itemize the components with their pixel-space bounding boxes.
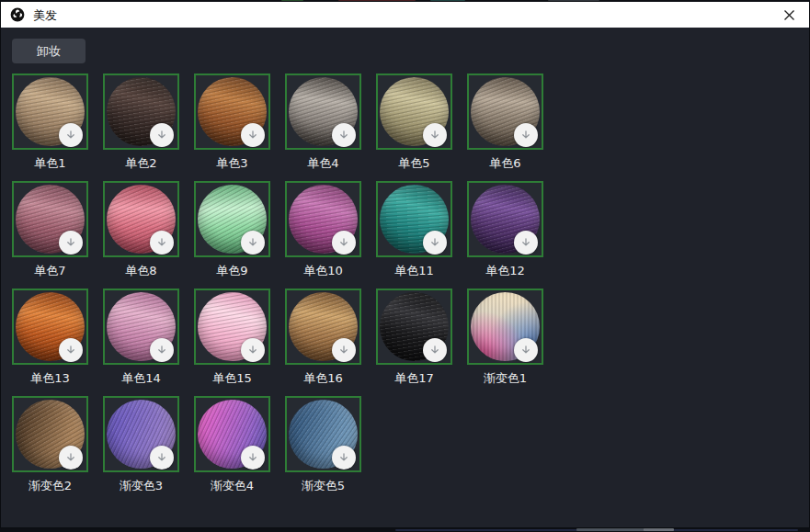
download-arrow-icon (64, 236, 77, 249)
download-icon[interactable] (241, 231, 265, 255)
download-icon[interactable] (332, 338, 356, 362)
swatch-label: 单色14 (103, 370, 179, 386)
download-icon[interactable] (332, 231, 356, 255)
swatch-label: 单色4 (285, 155, 361, 171)
hair-swatch-11: 单色11 (376, 181, 452, 278)
download-arrow-icon (337, 129, 350, 141)
swatch-tile[interactable] (103, 396, 179, 472)
hair-swatch-22: 渐变色5 (285, 396, 361, 493)
swatch-label: 单色7 (12, 263, 88, 278)
swatch-tile[interactable] (376, 181, 452, 257)
download-icon[interactable] (241, 338, 265, 362)
download-icon[interactable] (423, 123, 447, 147)
swatch-label: 单色1 (12, 155, 88, 171)
swatch-tile[interactable] (285, 289, 361, 365)
download-icon[interactable] (59, 123, 83, 147)
download-icon[interactable] (150, 446, 174, 470)
swatch-label: 单色8 (103, 263, 179, 278)
swatch-tile[interactable] (376, 289, 452, 365)
swatch-tile[interactable] (103, 181, 179, 257)
background-app-bottom-edge (0, 527, 810, 532)
download-arrow-icon (64, 344, 77, 357)
swatch-tile[interactable] (376, 74, 452, 150)
download-icon[interactable] (332, 446, 356, 470)
swatch-tile[interactable] (285, 181, 361, 257)
close-icon (782, 8, 796, 22)
hair-swatch-5: 单色5 (376, 74, 452, 171)
hair-swatch-9: 单色9 (194, 181, 270, 278)
download-arrow-icon (428, 236, 441, 249)
download-arrow-icon (337, 236, 350, 249)
swatch-tile[interactable] (103, 289, 179, 365)
download-icon[interactable] (514, 231, 538, 255)
hair-swatch-17: 单色17 (376, 289, 452, 386)
hair-swatch-13: 单色13 (12, 289, 88, 386)
remove-makeup-button[interactable]: 卸妆 (12, 39, 86, 63)
download-arrow-icon (428, 344, 441, 357)
swatch-tile[interactable] (285, 396, 361, 472)
download-icon[interactable] (241, 446, 265, 470)
swatch-grid: 单色1单色2单色3单色4单色5单色6单色7单色8单色9单色10单色11单色12单… (12, 74, 543, 493)
download-icon[interactable] (241, 123, 265, 147)
swatch-label: 渐变色1 (467, 370, 543, 386)
hair-swatch-18: 渐变色1 (467, 289, 543, 386)
download-arrow-icon (519, 236, 532, 249)
hair-swatch-14: 单色14 (103, 289, 179, 386)
download-arrow-icon (246, 236, 259, 249)
download-arrow-icon (155, 236, 168, 249)
swatch-tile[interactable] (194, 181, 270, 257)
hair-swatch-12: 单色12 (467, 181, 543, 278)
download-icon[interactable] (150, 338, 174, 362)
download-icon[interactable] (514, 338, 538, 362)
swatch-tile[interactable] (467, 74, 543, 150)
download-icon[interactable] (59, 231, 83, 255)
swatch-label: 渐变色2 (12, 478, 88, 493)
swatch-label: 单色6 (467, 155, 543, 171)
dialog-titlebar: 美发 (1, 2, 809, 28)
swatch-tile[interactable] (12, 396, 88, 472)
download-icon[interactable] (59, 446, 83, 470)
hair-swatch-3: 单色3 (194, 74, 270, 171)
hair-style-dialog: 美发 卸妆 单色1单色2单色3单色4单色5单色6单色7单色8单色9单色10单色1… (1, 2, 809, 527)
download-arrow-icon (519, 344, 532, 357)
download-arrow-icon (428, 129, 441, 141)
hair-swatch-19: 渐变色2 (12, 396, 88, 493)
swatch-tile[interactable] (194, 289, 270, 365)
swatch-tile[interactable] (12, 289, 88, 365)
swatch-label: 单色17 (376, 370, 452, 386)
download-arrow-icon (519, 129, 532, 141)
swatch-label: 单色11 (376, 263, 452, 278)
download-arrow-icon (246, 129, 259, 141)
swatch-tile[interactable] (194, 74, 270, 150)
swatch-tile[interactable] (285, 74, 361, 150)
swatch-label: 单色16 (285, 370, 361, 386)
swatch-tile[interactable] (194, 396, 270, 472)
close-button[interactable] (778, 4, 800, 26)
download-icon[interactable] (59, 338, 83, 362)
download-arrow-icon (246, 344, 259, 357)
download-icon[interactable] (150, 231, 174, 255)
swatch-tile[interactable] (12, 181, 88, 257)
dialog-content: 卸妆 单色1单色2单色3单色4单色5单色6单色7单色8单色9单色10单色11单色… (1, 28, 809, 527)
hair-swatch-8: 单色8 (103, 181, 179, 278)
swatch-label: 单色13 (12, 370, 88, 386)
download-arrow-icon (64, 129, 77, 141)
download-icon[interactable] (423, 231, 447, 255)
download-icon[interactable] (423, 338, 447, 362)
hair-swatch-15: 单色15 (194, 289, 270, 386)
swatch-tile[interactable] (103, 74, 179, 150)
download-arrow-icon (64, 451, 77, 464)
hair-swatch-20: 渐变色3 (103, 396, 179, 493)
hair-swatch-10: 单色10 (285, 181, 361, 278)
download-icon[interactable] (150, 123, 174, 147)
swatch-tile[interactable] (12, 74, 88, 150)
swatch-tile[interactable] (467, 289, 543, 365)
swatch-tile[interactable] (467, 181, 543, 257)
download-icon[interactable] (514, 123, 538, 147)
swatch-label: 单色9 (194, 263, 270, 278)
swatch-label: 渐变色5 (285, 478, 361, 493)
swatch-label: 单色12 (467, 263, 543, 278)
dialog-title: 美发 (33, 9, 57, 21)
download-icon[interactable] (332, 123, 356, 147)
download-arrow-icon (155, 451, 168, 464)
